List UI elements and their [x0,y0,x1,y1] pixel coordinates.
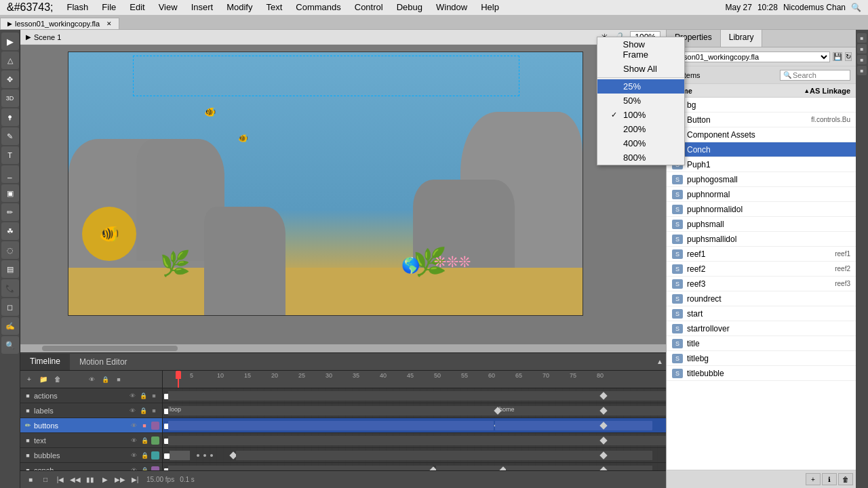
lib-prop-btn[interactable]: ℹ [822,473,837,485]
layer-type-labels[interactable]: ■ [149,405,159,416]
layer-lock-buttons[interactable]: ■ [139,420,150,431]
library-doc-btn1[interactable]: 💾 [833,52,842,61]
menu-file[interactable]: File [95,0,123,15]
lib-item-conch[interactable]: S Conch [667,142,856,157]
lib-item-button[interactable]: B Button fl.controls.Bu [667,113,856,127]
tool-rect[interactable]: ▣ [1,184,19,202]
tab-motion-editor[interactable]: Motion Editor [70,354,137,369]
search-icon[interactable]: 🔍 [851,3,861,12]
menu-modify[interactable]: Modify [220,0,259,15]
layer-lock-actions[interactable]: 🔒 [138,390,149,401]
library-search-input[interactable] [793,71,847,79]
tb-play[interactable]: ▶ [99,474,111,486]
dd-item-100[interactable]: ✓ 100% [597,108,684,122]
menu-flash[interactable]: Flash [60,0,96,15]
layer-lock-conch[interactable]: 🔒 [139,465,150,471]
lib-item-start[interactable]: S start [667,306,856,321]
layer-row-buttons[interactable]: ✏ buttons 👁 ■ [20,418,162,433]
layer-lock-bubbles[interactable]: 🔒 [139,450,150,461]
tb-play-next[interactable]: ▶| [129,474,141,486]
tool-brush[interactable]: ☘ [1,222,19,240]
doc-tab-close[interactable]: ✕ [106,20,112,27]
zoom-dropdown[interactable]: Show Frame Show All 25% 50% ✓ 100% 200% … [597,37,685,165]
add-folder-btn[interactable]: 📁 [37,373,50,386]
scene-label[interactable]: Scene 1 [34,33,61,41]
library-doc-select[interactable]: lesson01_workingcopy.fla [671,52,830,62]
tool-3d-transform[interactable]: 3D [1,89,19,107]
tool-lasso[interactable]: ⧭ [1,108,19,126]
tb-add-keyframe[interactable]: ■ [24,474,37,486]
canvas[interactable]: 🐠 🌿 ❊❊❊ 🌿 🐠 🐠 🌎 [20,45,666,344]
dd-item-200[interactable]: 200% [597,122,684,136]
menu-insert[interactable]: Insert [184,0,220,15]
menu-text[interactable]: Text [259,0,289,15]
tool-text[interactable]: T [1,146,19,164]
tool-line[interactable]: ⎯ [1,165,19,183]
tool-free-transform[interactable]: ✥ [1,70,19,88]
dd-item-800[interactable]: 800% [597,150,684,165]
delete-layer-btn[interactable]: 🗑 [52,373,64,386]
dd-show-frame[interactable]: Show Frame [597,37,684,62]
tb-step-forward[interactable]: ▶▶ [114,474,126,486]
tb-delete-keyframe[interactable]: □ [39,474,52,486]
apple-menu[interactable]: &#63743; [0,1,60,14]
kf-row-labels[interactable]: loop home [163,403,666,418]
layer-lock-text[interactable]: 🔒 [139,435,150,446]
lib-item-titlebg[interactable]: S titlebg [667,351,856,366]
tool-hand[interactable]: ✍ [1,317,19,335]
layer-vis-buttons[interactable]: 👁 [128,420,139,431]
lib-add-btn[interactable]: + [806,473,821,485]
tool-pencil[interactable]: ✏ [1,203,19,221]
lib-item-puphsmall[interactable]: S puphsmall [667,217,856,232]
tool-zoom[interactable]: 🔍 [1,336,19,354]
dd-item-50[interactable]: 50% [597,94,684,108]
tb-step-back[interactable]: ◀◀ [69,474,81,486]
menu-help[interactable]: Help [474,0,506,15]
tool-select[interactable]: ▶ [1,33,19,50]
layer-lock-labels[interactable]: 🔒 [138,405,149,416]
lib-item-roundrect[interactable]: S roundrect [667,291,856,306]
kf-row-bubbles[interactable] [163,448,666,463]
tab-library[interactable]: Library [721,30,763,47]
kf-row-text[interactable] [163,433,666,448]
tool-spray[interactable]: ◌ [1,241,19,259]
library-doc-btn2[interactable]: ↻ [845,52,852,61]
lib-item-reef3[interactable]: S reef3 reef3 [667,277,856,291]
kf-row-conch[interactable] [163,463,666,470]
layer-vis-conch[interactable]: 👁 [128,465,139,471]
layer-row-text[interactable]: ■ text 👁 🔒 [20,433,162,448]
layer-vis-text[interactable]: 👁 [128,435,139,446]
lib-del-btn[interactable]: 🗑 [838,473,853,485]
tool-subselect[interactable]: △ [1,52,19,69]
right-edge-tool-3[interactable]: ■ [857,55,867,64]
layer-type-actions[interactable]: ■ [149,390,159,401]
dd-item-25[interactable]: 25% [597,79,684,94]
layer-row-bubbles[interactable]: ■ bubbles 👁 🔒 [20,448,162,463]
add-layer-btn[interactable]: + [23,373,35,386]
lib-item-reef1[interactable]: S reef1 reef1 [667,247,856,262]
kf-row-buttons[interactable] [163,418,666,433]
lib-item-puph1[interactable]: S Puph1 [667,157,856,172]
lib-item-bg[interactable]: S bg [667,98,856,113]
right-edge-tool-4[interactable]: ■ [857,66,867,75]
playhead[interactable] [178,371,179,388]
lib-item-reef2[interactable]: S reef2 reef2 [667,262,856,277]
menu-window[interactable]: Window [429,0,474,15]
kf-row-actions[interactable] [163,388,666,403]
lib-item-puphnormalidol[interactable]: S puphnormalidol [667,202,856,217]
dd-show-all[interactable]: Show All [597,62,684,76]
menu-view[interactable]: View [152,0,184,15]
tb-play-prev[interactable]: |◀ [54,474,66,486]
tb-stop[interactable]: ▮▮ [84,474,96,486]
layer-row-actions[interactable]: ■ actions 👁 🔒 ■ [20,388,162,403]
tool-eraser[interactable]: ◻ [1,298,19,316]
lib-item-puphnormal[interactable]: S puphnormal [667,187,856,202]
tool-pen[interactable]: ✎ [1,127,19,145]
lib-item-component-assets[interactable]: 📁 Component Assets [667,127,856,142]
menu-control[interactable]: Control [348,0,390,15]
tool-paint-bucket[interactable]: ▤ [1,260,19,278]
menu-debug[interactable]: Debug [390,0,429,15]
layer-row-labels[interactable]: ■ labels 👁 🔒 ■ [20,403,162,418]
layer-vis-actions[interactable]: 👁 [127,390,138,401]
keyframe-area[interactable]: 5 10 15 20 25 30 35 40 45 50 55 60 [163,371,666,470]
